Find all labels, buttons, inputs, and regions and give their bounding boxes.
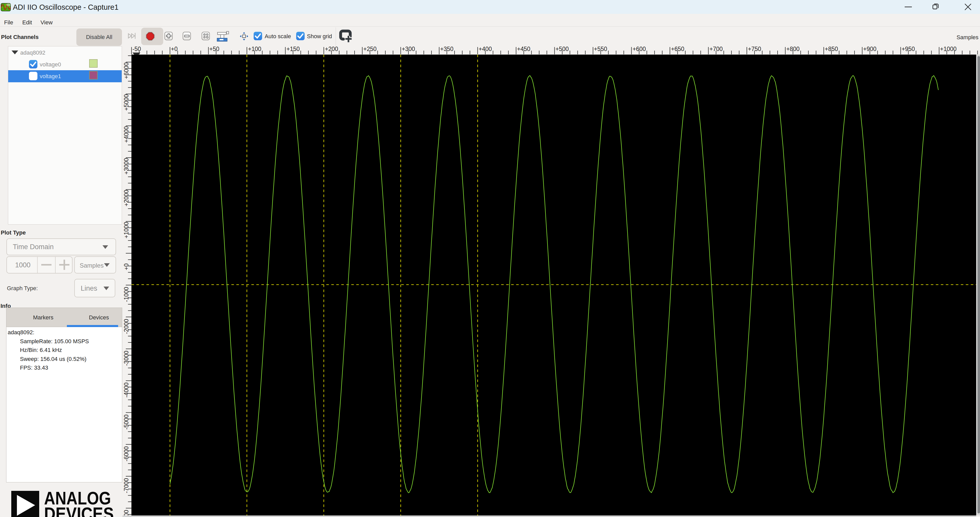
svg-text:DEVICES: DEVICES xyxy=(44,504,114,517)
